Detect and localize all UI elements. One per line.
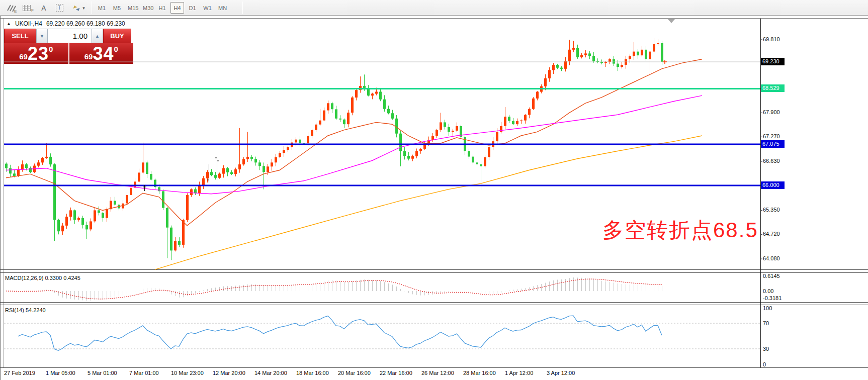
indicators-icon[interactable]: E [4,2,19,14]
timeframe-button-h1[interactable]: H1 [155,2,169,14]
rsi-panel-area[interactable] [4,305,760,367]
time-tick-label: 1 Mar 05:00 [46,370,75,376]
macd-axis-label: 0.00 [763,288,773,294]
rsi-indicator-label: RSI(14) 54.2240 [5,307,46,313]
panel-separator[interactable] [0,302,868,303]
price-axis-border [760,19,761,367]
macd-panel-area[interactable] [4,273,760,302]
timeframe-button-m30[interactable]: M30 [140,2,156,14]
timeframe-button-d1[interactable]: D1 [186,2,199,14]
panel-separator[interactable] [0,269,868,270]
chart-text-annotation: 多空转折点68.5 [602,216,758,244]
grid-icon[interactable]: F [21,2,35,14]
time-tick-label: 7 Mar 01:00 [129,370,159,376]
top-toolbar: E F A T ▾ M1M5M15M30H1H4D1W1MN [0,0,868,16]
price-tick-label: 64.080 [763,255,780,261]
price-scale[interactable] [760,19,868,367]
time-tick-label: 20 Mar 16:00 [338,370,371,376]
time-tick-label: 5 Mar 01:00 [88,370,117,376]
svg-text:E: E [14,9,17,13]
window-border [1,16,1,380]
panel-separator [0,305,868,305]
text-label-icon[interactable]: A [38,2,49,14]
time-tick-label: 3 Apr 12:00 [547,370,575,376]
price-level-badge: 68.529 [761,84,785,92]
price-tick-label: 66.630 [763,158,780,164]
time-tick-label: 27 Feb 2019 [4,370,35,376]
price-tick-label: 67.270 [763,133,780,139]
macd-axis-label: 0.6145 [763,273,780,279]
macd-axis-label: -0.3181 [763,295,782,301]
window-border [3,19,4,367]
price-tick-label: 67.900 [763,109,780,115]
text-box-icon[interactable]: T [53,2,65,14]
time-tick-label: 26 Mar 12:00 [421,370,454,376]
timeframe-button-m1[interactable]: M1 [95,2,109,14]
time-tick-label: 1 Apr 12:00 [505,370,533,376]
price-level-badge: 67.075 [761,140,785,148]
price-tick-label: 69.810 [763,36,780,42]
time-tick-label: 22 Mar 16:00 [380,370,412,376]
panel-separator [0,272,868,273]
time-tick-label: 10 Mar 23:00 [171,370,204,376]
price-tick-label: 65.350 [763,207,780,213]
time-tick-label: 28 Mar 16:00 [463,370,496,376]
toolbar-separator [242,2,243,14]
price-tick-label: 64.720 [763,231,780,237]
rsi-axis-label: 0 [763,361,766,367]
time-axis-border [0,367,868,368]
rsi-axis-label: 100 [763,305,772,311]
objects-icon[interactable]: ▾ [70,2,88,14]
rsi-axis-label: 70 [763,320,769,326]
price-level-badge: 69.230 [761,58,785,65]
timeframe-button-h4[interactable]: H4 [170,2,184,14]
price-level-badge: 66.000 [761,181,785,189]
timeframe-button-m5[interactable]: M5 [110,2,124,14]
chart-shift-marker-icon[interactable] [668,19,675,23]
toolbar-separator [92,2,92,14]
timeframe-button-w1[interactable]: W1 [201,2,214,14]
mt4-window: { "toolbar": { "icons": [ { "name": "ind… [0,0,868,380]
rsi-axis-label: 30 [763,346,769,352]
time-tick-label: 12 Mar 20:00 [213,370,245,376]
timeframe-button-m15[interactable]: M15 [125,2,141,14]
time-tick-label: 18 Mar 16:00 [296,370,329,376]
macd-indicator-label: MACD(12,26,9) 0.3300 0.4245 [5,275,80,281]
time-tick-label: 14 Mar 20:00 [254,370,287,376]
timeframe-button-mn[interactable]: MN [216,2,229,14]
